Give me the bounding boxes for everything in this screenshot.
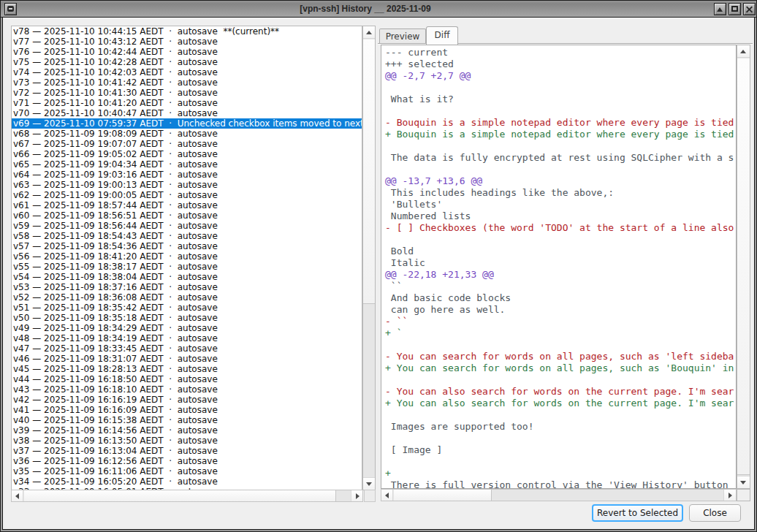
list-item[interactable]: v59 — 2025-11-09 18:56:44 AEDT · autosav…: [12, 221, 362, 231]
list-item[interactable]: v69 — 2025-11-10 07:59:37 AEDT · Uncheck…: [12, 118, 362, 129]
list-item[interactable]: v64 — 2025-11-09 19:03:16 AEDT · autosav…: [12, 170, 362, 180]
list-item[interactable]: v56 — 2025-11-09 18:41:20 AEDT · autosav…: [12, 251, 362, 262]
list-item[interactable]: v57 — 2025-11-09 18:54:36 AEDT · autosav…: [12, 241, 362, 251]
list-item[interactable]: v61 — 2025-11-09 18:57:44 AEDT · autosav…: [12, 200, 362, 210]
list-item[interactable]: v40 — 2025-11-09 16:15:38 AEDT · autosav…: [12, 415, 362, 425]
list-item[interactable]: v63 — 2025-11-09 19:00:13 AEDT · autosav…: [12, 180, 362, 190]
list-item[interactable]: v55 — 2025-11-09 18:38:17 AEDT · autosav…: [12, 262, 362, 272]
diff-line: + Bouquin is a simple notepad editor whe…: [385, 129, 736, 140]
diff-line: [385, 105, 736, 117]
list-item[interactable]: v65 — 2025-11-09 19:04:34 AEDT · autosav…: [12, 159, 362, 170]
list-item[interactable]: v41 — 2025-11-09 16:16:09 AEDT · autosav…: [12, 405, 362, 415]
list-item[interactable]: v73 — 2025-11-10 10:41:42 AEDT · autosav…: [12, 77, 362, 88]
titlebar[interactable]: [vpn-ssh] History __ 2025-11-09: [1, 1, 756, 18]
list-item[interactable]: v71 — 2025-11-10 10:41:20 AEDT · autosav…: [12, 98, 362, 108]
list-item[interactable]: v44 — 2025-11-09 16:18:50 AEDT · autosav…: [12, 374, 362, 384]
arrow-right-icon: [356, 493, 360, 499]
list-item[interactable]: v75 — 2025-11-10 10:42:28 AEDT · autosav…: [12, 57, 362, 67]
diff-line: 'Bullets': [385, 199, 736, 210]
version-list-hscroll-thumb[interactable]: [24, 490, 336, 501]
revert-to-selected-button[interactable]: Revert to Selected: [592, 504, 683, 522]
close-button[interactable]: Close: [689, 504, 741, 522]
scroll-down-button[interactable]: [363, 477, 375, 490]
diff-vscroll-thumb[interactable]: [737, 58, 750, 475]
diff-line: And basic code blocks: [385, 292, 736, 304]
version-list-vscroll-thumb[interactable]: [363, 39, 375, 304]
list-item[interactable]: v43 — 2025-11-09 16:18:10 AEDT · autosav…: [12, 384, 362, 395]
list-item[interactable]: v51 — 2025-11-09 18:35:42 AEDT · autosav…: [12, 303, 362, 313]
list-item[interactable]: v38 — 2025-11-09 16:13:50 AEDT · autosav…: [12, 436, 362, 446]
version-list-horizontal-scrollbar[interactable]: [11, 490, 363, 502]
list-item[interactable]: v72 — 2025-11-10 10:41:30 AEDT · autosav…: [12, 88, 362, 98]
diff-horizontal-scrollbar[interactable]: [381, 489, 737, 501]
diff-scrollbar-corner: [737, 489, 750, 501]
diff-line: [385, 82, 736, 94]
arrow-down-icon: [740, 481, 746, 484]
list-item[interactable]: v34 — 2025-11-09 16:05:20 AEDT · autosav…: [12, 476, 362, 487]
diff-hscroll-thumb[interactable]: [394, 490, 492, 501]
list-item[interactable]: v77 — 2025-11-10 10:43:12 AEDT · autosav…: [12, 37, 362, 47]
list-item[interactable]: v66 — 2025-11-09 19:05:02 AEDT · autosav…: [12, 149, 362, 159]
list-item[interactable]: v58 — 2025-11-09 18:54:43 AEDT · autosav…: [12, 231, 362, 241]
minimize-button[interactable]: [714, 3, 726, 15]
diff-text[interactable]: --- current+++ selected@@ -2,7 +2,7 @@ W…: [381, 45, 737, 489]
diff-line: + You can also search for words on the c…: [385, 398, 736, 409]
scroll-left-button[interactable]: [12, 490, 23, 501]
version-list[interactable]: v78 — 2025-11-10 10:44:15 AEDT · autosav…: [11, 26, 362, 490]
diff-scroll-left-button[interactable]: [381, 490, 393, 501]
window-title: [vpn-ssh] History __ 2025-11-09: [18, 4, 712, 14]
scroll-right-button[interactable]: [351, 490, 362, 501]
list-item[interactable]: v53 — 2025-11-09 18:37:16 AEDT · autosav…: [12, 282, 362, 292]
scroll-up-button[interactable]: [363, 26, 375, 39]
diff-scroll-down-button[interactable]: [737, 476, 750, 488]
diff-scroll-up-button[interactable]: [737, 45, 750, 58]
diff-line: Numbered lists: [385, 210, 736, 222]
diff-line: +: [385, 468, 736, 479]
list-item[interactable]: v78 — 2025-11-10 10:44:15 AEDT · autosav…: [12, 26, 362, 37]
list-item[interactable]: v45 — 2025-11-09 18:28:13 AEDT · autosav…: [12, 364, 362, 374]
maximize-button[interactable]: [729, 3, 741, 15]
list-item[interactable]: v36 — 2025-11-09 16:12:56 AEDT · autosav…: [12, 456, 362, 466]
list-item[interactable]: v76 — 2025-11-10 10:42:44 AEDT · autosav…: [12, 47, 362, 57]
list-item[interactable]: v62 — 2025-11-09 19:00:05 AEDT · autosav…: [12, 190, 362, 200]
list-item[interactable]: v47 — 2025-11-09 18:33:45 AEDT · autosav…: [12, 343, 362, 354]
list-item[interactable]: v74 — 2025-11-10 10:42:03 AEDT · autosav…: [12, 67, 362, 77]
diff-line: What is it?: [385, 94, 736, 105]
diff-line: +++ selected: [385, 58, 736, 70]
diff-line: [385, 409, 736, 421]
list-item[interactable]: v70 — 2025-11-10 10:40:47 AEDT · autosav…: [12, 108, 362, 118]
list-item[interactable]: v60 — 2025-11-09 18:56:51 AEDT · autosav…: [12, 210, 362, 221]
close-window-button[interactable]: [743, 3, 756, 15]
scrollbar-corner: [364, 490, 376, 502]
diff-line: @@ -22,18 +21,33 @@: [385, 269, 736, 281]
diff-line: @@ -2,7 +2,7 @@: [385, 70, 736, 82]
list-item[interactable]: v48 — 2025-11-09 18:34:19 AEDT · autosav…: [12, 333, 362, 343]
list-item[interactable]: v35 — 2025-11-09 16:11:06 AEDT · autosav…: [12, 466, 362, 476]
list-item[interactable]: v54 — 2025-11-09 18:38:04 AEDT · autosav…: [12, 272, 362, 282]
minimize-icon: [717, 7, 723, 12]
list-item[interactable]: v46 — 2025-11-09 18:31:07 AEDT · autosav…: [12, 354, 362, 364]
version-list-vertical-scrollbar[interactable]: [362, 26, 376, 490]
tab-preview[interactable]: Preview: [379, 28, 426, 44]
list-item[interactable]: v49 — 2025-11-09 18:34:29 AEDT · autosav…: [12, 323, 362, 333]
diff-line: [385, 433, 736, 444]
arrow-up-icon: [366, 31, 372, 34]
tab-diff[interactable]: Diff: [426, 26, 458, 45]
diff-line: - Bouquin is a simple notepad editor whe…: [385, 117, 736, 129]
list-item[interactable]: v67 — 2025-11-09 19:07:07 AEDT · autosav…: [12, 139, 362, 149]
window-menu-button[interactable]: [4, 3, 17, 15]
diff-line: Images are supported too!: [385, 421, 736, 433]
diff-line: ``: [385, 281, 736, 292]
list-item[interactable]: v42 — 2025-11-09 16:16:19 AEDT · autosav…: [12, 395, 362, 405]
list-item[interactable]: v39 — 2025-11-09 16:14:56 AEDT · autosav…: [12, 425, 362, 436]
diff-line: + You can search for words on all pages,…: [385, 362, 736, 374]
diff-line: [385, 339, 736, 351]
maximize-icon: [731, 6, 738, 12]
list-item[interactable]: v37 — 2025-11-09 16:13:04 AEDT · autosav…: [12, 446, 362, 456]
diff-vertical-scrollbar[interactable]: [737, 45, 750, 489]
diff-scroll-right-button[interactable]: [723, 490, 736, 501]
list-item[interactable]: v52 — 2025-11-09 18:36:08 AEDT · autosav…: [12, 292, 362, 303]
list-item[interactable]: v50 — 2025-11-09 18:35:18 AEDT · autosav…: [12, 313, 362, 323]
list-item[interactable]: v68 — 2025-11-09 19:08:09 AEDT · autosav…: [12, 129, 362, 139]
diff-line: [385, 374, 736, 386]
